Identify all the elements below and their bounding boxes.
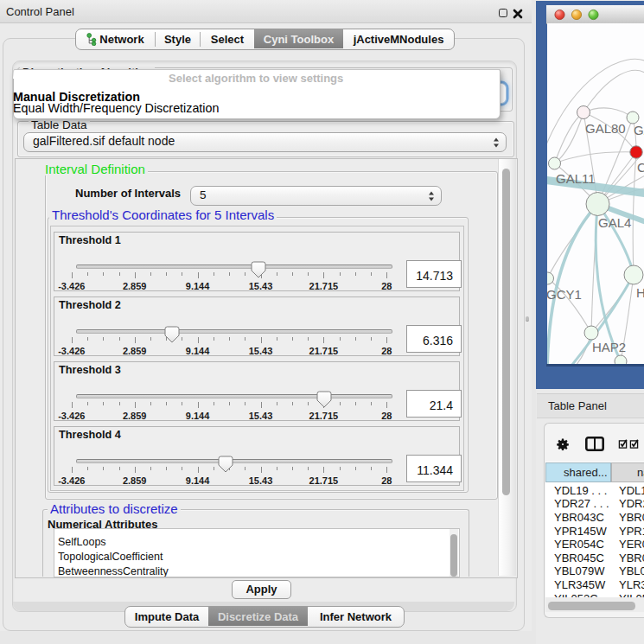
svg-text:HAP2: HAP2 [592, 340, 626, 354]
svg-text:GCY1: GCY1 [547, 287, 582, 302]
svg-text:GAL4: GAL4 [598, 215, 631, 230]
svg-text:GAL80: GAL80 [585, 121, 626, 136]
svg-text:C: C [637, 160, 644, 175]
svg-text:H: H [636, 285, 644, 300]
svg-text:GAL11: GAL11 [556, 171, 596, 186]
svg-text:GA: GA [634, 123, 644, 137]
